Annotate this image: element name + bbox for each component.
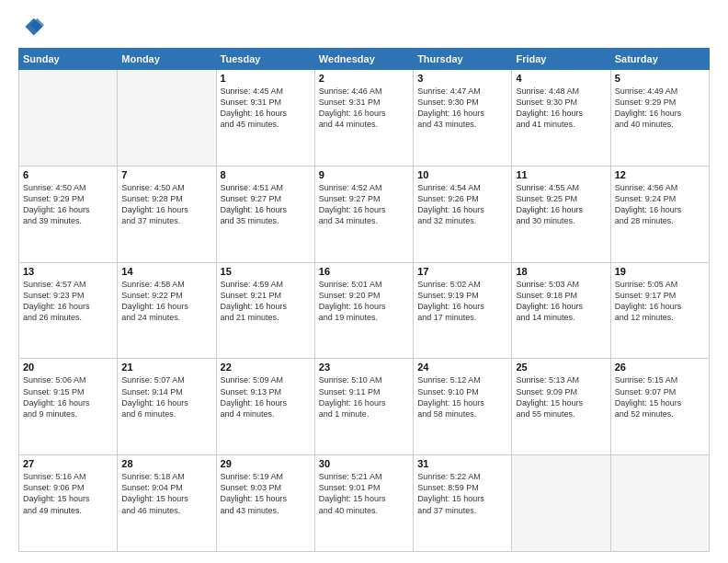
day-cell: 17Sunrise: 5:02 AM Sunset: 9:19 PM Dayli… xyxy=(414,262,512,359)
day-info: Sunrise: 5:21 AM Sunset: 9:01 PM Dayligh… xyxy=(319,471,409,516)
day-info: Sunrise: 5:12 AM Sunset: 9:10 PM Dayligh… xyxy=(417,374,507,419)
day-info: Sunrise: 5:07 AM Sunset: 9:14 PM Dayligh… xyxy=(121,374,211,419)
day-info: Sunrise: 4:56 AM Sunset: 9:24 PM Dayligh… xyxy=(615,182,705,227)
week-row-4: 20Sunrise: 5:06 AM Sunset: 9:15 PM Dayli… xyxy=(19,359,710,455)
day-cell: 22Sunrise: 5:09 AM Sunset: 9:13 PM Dayli… xyxy=(216,359,314,455)
day-number: 29 xyxy=(221,458,311,469)
day-cell: 5Sunrise: 4:49 AM Sunset: 9:29 PM Daylig… xyxy=(610,70,709,167)
day-info: Sunrise: 5:02 AM Sunset: 9:19 PM Dayligh… xyxy=(417,279,507,324)
day-number: 4 xyxy=(516,73,606,84)
day-number: 16 xyxy=(319,266,409,277)
day-number: 15 xyxy=(221,266,311,277)
day-number: 10 xyxy=(417,169,507,180)
day-number: 31 xyxy=(417,458,507,469)
day-cell: 14Sunrise: 4:58 AM Sunset: 9:22 PM Dayli… xyxy=(118,262,216,359)
day-cell xyxy=(19,70,118,167)
day-info: Sunrise: 5:15 AM Sunset: 9:07 PM Dayligh… xyxy=(615,374,705,419)
logo xyxy=(18,15,48,40)
day-info: Sunrise: 4:54 AM Sunset: 9:26 PM Dayligh… xyxy=(417,182,507,227)
week-row-1: 1Sunrise: 4:45 AM Sunset: 9:31 PM Daylig… xyxy=(19,70,710,167)
day-cell: 10Sunrise: 4:54 AM Sunset: 9:26 PM Dayli… xyxy=(414,166,512,262)
calendar-table: SundayMondayTuesdayWednesdayThursdayFrid… xyxy=(18,48,710,552)
weekday-header-monday: Monday xyxy=(118,49,216,70)
day-cell: 8Sunrise: 4:51 AM Sunset: 9:27 PM Daylig… xyxy=(216,166,314,262)
day-info: Sunrise: 5:19 AM Sunset: 9:03 PM Dayligh… xyxy=(221,471,311,516)
day-number: 25 xyxy=(516,362,606,373)
day-info: Sunrise: 4:50 AM Sunset: 9:28 PM Dayligh… xyxy=(121,182,211,227)
weekday-header-sunday: Sunday xyxy=(19,49,118,70)
day-cell: 23Sunrise: 5:10 AM Sunset: 9:11 PM Dayli… xyxy=(314,359,413,455)
day-info: Sunrise: 5:06 AM Sunset: 9:15 PM Dayligh… xyxy=(23,374,113,419)
day-info: Sunrise: 4:58 AM Sunset: 9:22 PM Dayligh… xyxy=(121,279,211,324)
day-cell: 3Sunrise: 4:47 AM Sunset: 9:30 PM Daylig… xyxy=(414,70,512,167)
day-info: Sunrise: 4:52 AM Sunset: 9:27 PM Dayligh… xyxy=(319,182,409,227)
day-cell: 12Sunrise: 4:56 AM Sunset: 9:24 PM Dayli… xyxy=(610,166,709,262)
week-row-5: 27Sunrise: 5:16 AM Sunset: 9:06 PM Dayli… xyxy=(19,455,710,552)
day-number: 9 xyxy=(319,169,409,180)
day-cell: 2Sunrise: 4:46 AM Sunset: 9:31 PM Daylig… xyxy=(314,70,413,167)
day-number: 23 xyxy=(319,362,409,373)
day-info: Sunrise: 4:45 AM Sunset: 9:31 PM Dayligh… xyxy=(221,86,311,131)
day-info: Sunrise: 4:50 AM Sunset: 9:29 PM Dayligh… xyxy=(23,182,113,227)
day-number: 2 xyxy=(319,73,409,84)
day-number: 8 xyxy=(221,169,311,180)
day-number: 24 xyxy=(417,362,507,373)
logo-icon xyxy=(18,15,44,40)
day-cell: 24Sunrise: 5:12 AM Sunset: 9:10 PM Dayli… xyxy=(414,359,512,455)
day-cell: 26Sunrise: 5:15 AM Sunset: 9:07 PM Dayli… xyxy=(610,359,709,455)
day-info: Sunrise: 4:49 AM Sunset: 9:29 PM Dayligh… xyxy=(615,86,705,131)
day-cell: 29Sunrise: 5:19 AM Sunset: 9:03 PM Dayli… xyxy=(216,455,314,552)
day-cell: 28Sunrise: 5:18 AM Sunset: 9:04 PM Dayli… xyxy=(118,455,216,552)
day-cell: 18Sunrise: 5:03 AM Sunset: 9:18 PM Dayli… xyxy=(512,262,610,359)
day-cell: 19Sunrise: 5:05 AM Sunset: 9:17 PM Dayli… xyxy=(610,262,709,359)
weekday-header-tuesday: Tuesday xyxy=(216,49,314,70)
header xyxy=(18,15,710,40)
day-cell: 21Sunrise: 5:07 AM Sunset: 9:14 PM Dayli… xyxy=(118,359,216,455)
day-cell: 20Sunrise: 5:06 AM Sunset: 9:15 PM Dayli… xyxy=(19,359,118,455)
day-info: Sunrise: 5:09 AM Sunset: 9:13 PM Dayligh… xyxy=(221,374,311,419)
day-number: 13 xyxy=(23,266,113,277)
day-number: 22 xyxy=(221,362,311,373)
day-cell: 30Sunrise: 5:21 AM Sunset: 9:01 PM Dayli… xyxy=(314,455,413,552)
day-info: Sunrise: 5:16 AM Sunset: 9:06 PM Dayligh… xyxy=(23,471,113,516)
day-number: 18 xyxy=(516,266,606,277)
day-number: 3 xyxy=(417,73,507,84)
day-cell: 7Sunrise: 4:50 AM Sunset: 9:28 PM Daylig… xyxy=(118,166,216,262)
day-info: Sunrise: 5:13 AM Sunset: 9:09 PM Dayligh… xyxy=(516,374,606,419)
day-cell: 1Sunrise: 4:45 AM Sunset: 9:31 PM Daylig… xyxy=(216,70,314,167)
day-number: 21 xyxy=(121,362,211,373)
day-number: 6 xyxy=(23,169,113,180)
day-number: 27 xyxy=(23,458,113,469)
day-number: 7 xyxy=(121,169,211,180)
day-number: 26 xyxy=(615,362,705,373)
week-row-2: 6Sunrise: 4:50 AM Sunset: 9:29 PM Daylig… xyxy=(19,166,710,262)
day-number: 5 xyxy=(615,73,705,84)
day-info: Sunrise: 4:51 AM Sunset: 9:27 PM Dayligh… xyxy=(221,182,311,227)
week-row-3: 13Sunrise: 4:57 AM Sunset: 9:23 PM Dayli… xyxy=(19,262,710,359)
day-number: 1 xyxy=(221,73,311,84)
day-cell: 6Sunrise: 4:50 AM Sunset: 9:29 PM Daylig… xyxy=(19,166,118,262)
day-number: 12 xyxy=(615,169,705,180)
day-cell: 25Sunrise: 5:13 AM Sunset: 9:09 PM Dayli… xyxy=(512,359,610,455)
day-info: Sunrise: 5:03 AM Sunset: 9:18 PM Dayligh… xyxy=(516,279,606,324)
weekday-header-friday: Friday xyxy=(512,49,610,70)
weekday-header-saturday: Saturday xyxy=(610,49,709,70)
day-cell: 15Sunrise: 4:59 AM Sunset: 9:21 PM Dayli… xyxy=(216,262,314,359)
day-cell: 11Sunrise: 4:55 AM Sunset: 9:25 PM Dayli… xyxy=(512,166,610,262)
weekday-header-wednesday: Wednesday xyxy=(314,49,413,70)
day-cell: 16Sunrise: 5:01 AM Sunset: 9:20 PM Dayli… xyxy=(314,262,413,359)
day-cell xyxy=(118,70,216,167)
day-info: Sunrise: 5:18 AM Sunset: 9:04 PM Dayligh… xyxy=(121,471,211,516)
day-info: Sunrise: 4:47 AM Sunset: 9:30 PM Dayligh… xyxy=(417,86,507,131)
day-number: 17 xyxy=(417,266,507,277)
page: SundayMondayTuesdayWednesdayThursdayFrid… xyxy=(0,0,728,563)
day-info: Sunrise: 5:01 AM Sunset: 9:20 PM Dayligh… xyxy=(319,279,409,324)
day-number: 28 xyxy=(121,458,211,469)
day-info: Sunrise: 5:05 AM Sunset: 9:17 PM Dayligh… xyxy=(615,279,705,324)
day-info: Sunrise: 4:55 AM Sunset: 9:25 PM Dayligh… xyxy=(516,182,606,227)
day-cell: 31Sunrise: 5:22 AM Sunset: 8:59 PM Dayli… xyxy=(414,455,512,552)
day-info: Sunrise: 5:10 AM Sunset: 9:11 PM Dayligh… xyxy=(319,374,409,419)
day-info: Sunrise: 5:22 AM Sunset: 8:59 PM Dayligh… xyxy=(417,471,507,516)
day-number: 11 xyxy=(516,169,606,180)
day-number: 20 xyxy=(23,362,113,373)
